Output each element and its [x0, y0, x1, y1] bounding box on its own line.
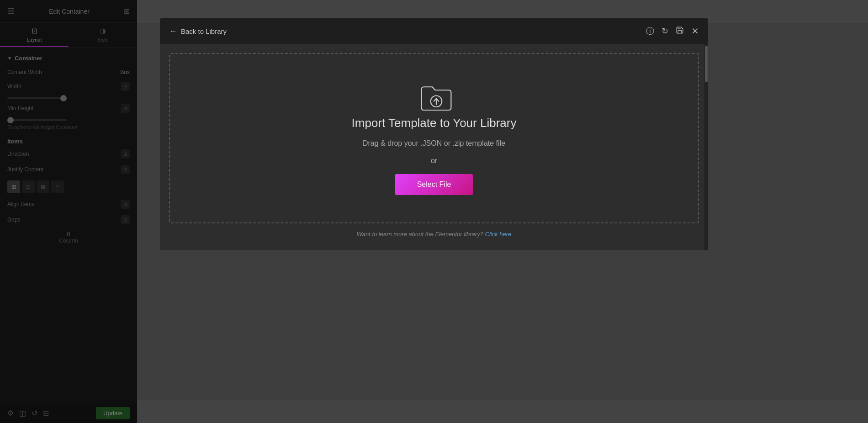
modal-body: Import Template to Your Library Drag & d…	[160, 44, 708, 250]
drop-zone[interactable]: Import Template to Your Library Drag & d…	[169, 53, 699, 223]
modal-header-icons: ⓘ ↻ ✕	[646, 26, 699, 37]
drop-zone-or: or	[431, 157, 437, 165]
select-file-button[interactable]: Select File	[395, 174, 473, 195]
close-icon[interactable]: ✕	[691, 26, 699, 37]
drop-zone-subtitle: Drag & drop your .JSON or .zip template …	[363, 139, 505, 148]
back-to-library-button[interactable]: ← Back to Library	[169, 26, 227, 36]
upload-folder-icon	[418, 81, 450, 107]
back-to-library-label: Back to Library	[181, 27, 227, 35]
click-here-link[interactable]: Click here	[485, 231, 512, 238]
scrollbar-thumb[interactable]	[705, 46, 708, 82]
import-template-modal: ← Back to Library ⓘ ↻ ✕	[160, 18, 708, 250]
drop-zone-title: Import Template to Your Library	[352, 116, 517, 130]
modal-header: ← Back to Library ⓘ ↻ ✕	[160, 18, 708, 44]
save-icon[interactable]	[676, 26, 684, 37]
refresh-icon[interactable]: ↻	[662, 26, 668, 36]
info-icon[interactable]: ⓘ	[646, 26, 654, 37]
back-arrow-icon: ←	[169, 26, 177, 36]
footer-text: Want to learn more about the Elementor l…	[357, 231, 483, 238]
modal-scrollbar[interactable]	[704, 44, 708, 250]
modal-overlay: ← Back to Library ⓘ ↻ ✕	[0, 0, 868, 423]
modal-footer-link: Want to learn more about the Elementor l…	[357, 223, 512, 241]
